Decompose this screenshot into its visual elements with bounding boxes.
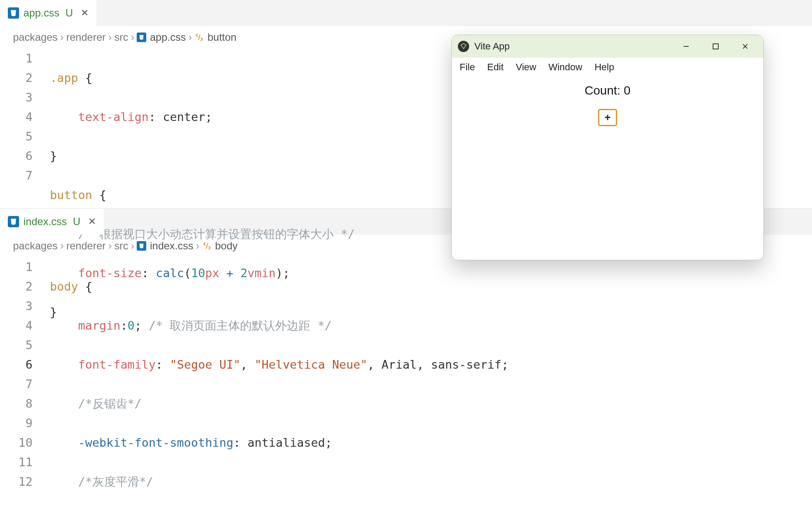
line-number: 6 (0, 146, 33, 166)
tab-app-css[interactable]: app.css U ✕ (0, 0, 96, 26)
line-number: 8 (0, 394, 33, 413)
git-status-badge: U (73, 216, 80, 228)
tab-bar: app.css U ✕ (0, 0, 812, 26)
line-number: 5 (0, 335, 33, 355)
breadcrumb-seg[interactable]: packages (13, 240, 58, 252)
css-file-icon (8, 7, 19, 19)
css-file-icon (8, 216, 19, 227)
menu-file[interactable]: File (460, 62, 475, 73)
close-icon[interactable]: ✕ (88, 217, 96, 226)
menu-help[interactable]: Help (595, 62, 614, 73)
app-icon (458, 41, 469, 52)
breadcrumb-seg[interactable]: src (114, 240, 128, 252)
menu-window[interactable]: Window (549, 62, 582, 73)
increment-button[interactable]: + (598, 109, 617, 126)
line-number: 7 (0, 166, 33, 185)
chevron-right-icon: › (188, 31, 192, 43)
line-number: 3 (0, 88, 33, 107)
breadcrumb-seg[interactable]: renderer (66, 240, 106, 252)
line-number: 2 (0, 277, 33, 296)
chevron-right-icon: › (131, 31, 134, 43)
line-number: 2 (0, 68, 33, 88)
count-label: Count: 0 (585, 84, 631, 98)
line-number: 1 (0, 49, 33, 68)
line-number: 10 (0, 433, 33, 452)
line-number: 11 (0, 452, 33, 472)
menu-bar: File Edit View Window Help (452, 58, 763, 77)
breadcrumb-file[interactable]: app.css (137, 31, 186, 43)
line-gutter: 1 2 3 4 5 6 7 8 9 10 11 12 (0, 257, 46, 507)
line-number: 4 (0, 316, 33, 335)
chevron-right-icon: › (108, 31, 112, 43)
symbol-icon (202, 241, 212, 251)
tab-index-css[interactable]: index.css U ✕ (0, 209, 104, 235)
line-number: 6 (0, 355, 33, 374)
title-bar[interactable]: Vite App (452, 35, 763, 58)
minimize-button[interactable] (674, 35, 698, 58)
app-body: Count: 0 + (452, 77, 763, 260)
tab-filename: index.css (23, 216, 67, 228)
line-number: 12 (0, 472, 33, 491)
chevron-right-icon: › (108, 240, 112, 252)
menu-edit[interactable]: Edit (487, 62, 503, 73)
chevron-right-icon: › (131, 240, 134, 252)
window-title: Vite App (474, 41, 510, 52)
code-source[interactable]: body { margin:0; /* 取消页面主体的默认外边距 */ font… (46, 257, 812, 507)
line-number: 3 (0, 296, 33, 316)
line-number: 7 (0, 374, 33, 394)
close-icon[interactable]: ✕ (81, 8, 89, 18)
line-number: 1 (0, 257, 33, 277)
chevron-right-icon: › (196, 240, 200, 252)
git-status-badge: U (66, 7, 73, 19)
line-number: 4 (0, 107, 33, 127)
breadcrumb-seg[interactable]: src (114, 31, 128, 43)
menu-view[interactable]: View (516, 62, 536, 73)
svg-rect-0 (713, 44, 718, 49)
vite-app-window[interactable]: Vite App File Edit View Window Help Coun… (451, 35, 764, 260)
chevron-right-icon: › (60, 31, 64, 43)
breadcrumb-symbol[interactable]: body (202, 240, 238, 252)
breadcrumb-seg[interactable]: packages (13, 31, 58, 43)
breadcrumb-seg[interactable]: renderer (66, 31, 106, 43)
breadcrumb-symbol[interactable]: button (194, 31, 237, 43)
tab-filename: app.css (23, 7, 59, 19)
line-number: 9 (0, 413, 33, 433)
line-number: 5 (0, 127, 33, 146)
breadcrumb-file[interactable]: index.css (137, 240, 193, 252)
code-area[interactable]: 1 2 3 4 5 6 7 8 9 10 11 12 body { margin… (0, 257, 812, 507)
css-file-icon (137, 241, 146, 251)
chevron-right-icon: › (60, 240, 64, 252)
close-button[interactable] (733, 35, 757, 58)
maximize-button[interactable] (704, 35, 728, 58)
css-file-icon (137, 33, 146, 42)
symbol-icon (194, 33, 204, 42)
